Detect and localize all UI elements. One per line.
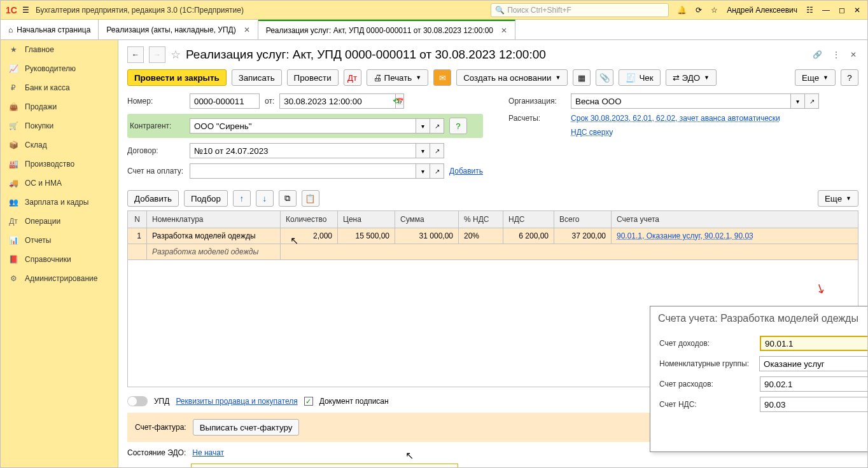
open-icon[interactable]: ↗ xyxy=(430,143,444,158)
sidebar-item-manager[interactable]: 📈Руководителю xyxy=(1,59,118,78)
history-icon[interactable]: ⟳ xyxy=(694,4,704,17)
dropdown-icon[interactable]: ▾ xyxy=(416,118,430,134)
dropdown-icon[interactable]: ▾ xyxy=(416,143,430,158)
more-button[interactable]: Еще▼ xyxy=(795,69,836,86)
col-total[interactable]: Всего xyxy=(554,211,612,228)
org-input[interactable] xyxy=(571,93,791,109)
open-icon[interactable]: ↗ xyxy=(805,93,819,109)
counterparty-input[interactable] xyxy=(190,118,416,134)
add-invoice-link[interactable]: Добавить xyxy=(449,167,483,176)
app-title: Бухгалтерия предприятия, редакция 3.0 (1… xyxy=(36,6,491,15)
group-label: Номенклатурные группы: xyxy=(659,359,754,368)
tab-close-icon[interactable]: ✕ xyxy=(501,26,507,35)
expense-input[interactable] xyxy=(760,376,867,392)
calc-label: Расчеты: xyxy=(508,114,566,123)
date-input[interactable] xyxy=(279,93,396,109)
sidebar-item-catalogs[interactable]: 📕Справочники xyxy=(1,250,118,269)
add-row-button[interactable]: Добавить xyxy=(127,190,179,207)
search-input[interactable]: 🔍 Поиск Ctrl+Shift+F xyxy=(491,3,669,17)
bell-icon[interactable]: 🔔 xyxy=(675,4,689,17)
group-input[interactable] xyxy=(759,356,867,371)
post-and-close-button[interactable]: Провести и закрыть xyxy=(127,69,227,86)
upd-toggle[interactable] xyxy=(127,396,148,406)
vat-mode-link[interactable]: НДС сверху xyxy=(571,128,613,137)
col-sum[interactable]: Сумма xyxy=(395,211,459,228)
table-row[interactable]: 1 Разработка моделей одежды 2,000 15 500… xyxy=(128,228,858,244)
comment-input[interactable] xyxy=(191,464,458,467)
create-based-button[interactable]: Создать на основании▼ xyxy=(456,69,568,86)
link-icon[interactable]: 🔗 xyxy=(811,48,824,61)
forward-button[interactable]: → xyxy=(149,46,165,63)
signed-checkbox[interactable]: ✓ xyxy=(304,397,313,406)
col-vat[interactable]: НДС xyxy=(503,211,554,228)
favorite-toggle[interactable]: ☆ xyxy=(171,48,181,62)
col-n[interactable]: N xyxy=(128,211,147,228)
sidebar-item-purchases[interactable]: 🛒Покупки xyxy=(1,116,118,135)
kebab-icon[interactable]: ⋮ xyxy=(830,48,842,61)
tab-realizations[interactable]: Реализация (акты, накладные, УПД) ✕ xyxy=(99,20,258,39)
refresh-icon[interactable]: ⟲ xyxy=(393,97,399,106)
dt-kt-button[interactable]: Дт xyxy=(344,69,361,86)
table-more-button[interactable]: Еще▼ xyxy=(818,190,858,207)
move-up-button[interactable]: ↑ xyxy=(233,190,251,207)
accounts-link[interactable]: 90.01.1, Оказание услуг, 90.02.1, 90.03 xyxy=(617,231,753,240)
sidebar-item-bank[interactable]: ₽Банк и касса xyxy=(1,78,118,97)
mail-button[interactable]: ✉ xyxy=(433,69,451,86)
counterparty-label: Контрагент: xyxy=(130,121,185,130)
tab-home[interactable]: ⌂ Начальная страница xyxy=(1,20,99,39)
sidebar-item-operations[interactable]: ДтОперации xyxy=(1,212,118,231)
sidebar-item-reports[interactable]: 📊Отчеты xyxy=(1,231,118,250)
sidebar-item-admin[interactable]: ⚙Администрирование xyxy=(1,269,118,288)
vat-acct-input[interactable] xyxy=(760,397,867,412)
accounts-popup: Счета учета: Разработка моделей одежды ⋮… xyxy=(650,306,867,452)
check-button[interactable]: 🧾 Чек xyxy=(619,69,660,86)
copy-button[interactable]: ⧉ xyxy=(279,190,297,207)
col-accts[interactable]: Счета учета xyxy=(612,211,858,228)
select-button[interactable]: Подбор xyxy=(184,190,228,207)
issue-sf-button[interactable]: Выписать счет-фактуру xyxy=(193,419,300,436)
sidebar-item-production[interactable]: 🏭Производство xyxy=(1,155,118,174)
contract-input[interactable] xyxy=(190,143,416,158)
star-icon[interactable]: ☆ xyxy=(709,4,720,17)
save-button[interactable]: Записать xyxy=(232,69,282,86)
user-name[interactable]: Андрей Алексеевич xyxy=(725,4,799,17)
grid-button[interactable]: ▦ xyxy=(573,69,591,86)
post-button[interactable]: Провести xyxy=(287,69,339,86)
sidebar-item-assets[interactable]: 🚚ОС и НМА xyxy=(1,174,118,193)
dropdown-icon[interactable]: ▾ xyxy=(791,93,805,109)
col-vatpct[interactable]: % НДС xyxy=(459,211,503,228)
attach-button[interactable]: 📎 xyxy=(596,69,613,86)
edo-state-link[interactable]: Не начат xyxy=(192,448,224,457)
table-row-sub[interactable]: Разработка моделей одежды xyxy=(128,244,858,260)
number-input[interactable] xyxy=(190,93,260,109)
sidebar-item-salary[interactable]: 👥Зарплата и кадры xyxy=(1,193,118,212)
settings-icon[interactable]: ☷ xyxy=(804,4,815,17)
col-qty[interactable]: Количество xyxy=(281,211,338,228)
print-button[interactable]: 🖨 Печать▼ xyxy=(367,69,429,86)
move-down-button[interactable]: ↓ xyxy=(256,190,274,207)
sidebar-item-warehouse[interactable]: 📦Склад xyxy=(1,135,118,155)
col-price[interactable]: Цена xyxy=(338,211,395,228)
calc-link[interactable]: Срок 30.08.2023, 62.01, 62.02, зачет ава… xyxy=(571,114,780,123)
open-icon[interactable]: ↗ xyxy=(430,118,444,134)
open-icon[interactable]: ↗ xyxy=(430,163,444,179)
income-input[interactable] xyxy=(760,336,867,351)
invoice-input[interactable] xyxy=(190,163,416,179)
sidebar-item-main[interactable]: ★Главное xyxy=(1,40,118,59)
minimize-icon[interactable]: — xyxy=(820,4,832,17)
paste-button[interactable]: 📋 xyxy=(302,190,319,207)
tab-document[interactable]: Реализация услуг: Акт, УПД 0000-000011 о… xyxy=(258,20,515,39)
col-nom[interactable]: Номенклатура xyxy=(147,211,281,228)
edo-button[interactable]: ⇄ ЭДО▼ xyxy=(666,69,717,86)
help-button[interactable]: ? xyxy=(841,69,858,86)
counterparty-help[interactable]: ? xyxy=(449,118,467,134)
maximize-icon[interactable]: ◻ xyxy=(837,4,847,17)
back-button[interactable]: ← xyxy=(127,46,144,63)
close-icon[interactable]: ✕ xyxy=(852,4,862,17)
sidebar-item-sales[interactable]: 👜Продажи xyxy=(1,97,118,116)
dropdown-icon[interactable]: ▾ xyxy=(416,163,430,179)
menu-icon[interactable]: ☰ xyxy=(22,6,29,15)
seller-buyer-link[interactable]: Реквизиты продавца и покупателя xyxy=(176,397,297,406)
close-doc-icon[interactable]: ✕ xyxy=(848,48,858,61)
tab-close-icon[interactable]: ✕ xyxy=(244,25,250,34)
